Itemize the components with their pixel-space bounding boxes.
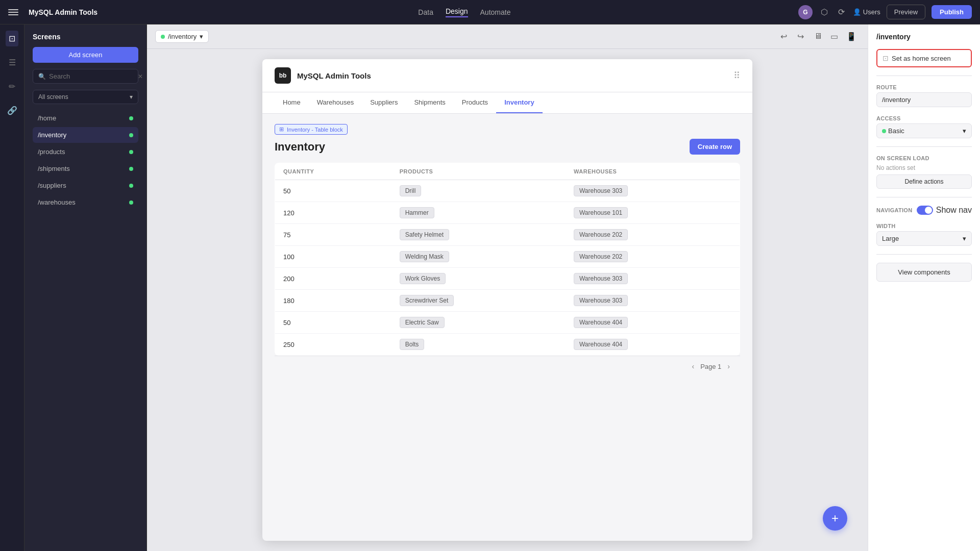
history-icon[interactable]: ⟳ [836, 5, 847, 19]
current-screen-badge[interactable]: /inventory ▾ [155, 30, 209, 43]
screen-item-products[interactable]: /products [33, 144, 138, 160]
table-row[interactable]: 200 Work Gloves Warehouse 303 [275, 268, 740, 290]
nav-suppliers[interactable]: Suppliers [362, 92, 406, 113]
undo-icon[interactable]: ↩ [777, 30, 790, 43]
canvas-toolbar-left: /inventory ▾ [155, 30, 209, 43]
nav-shipments[interactable]: Shipments [406, 92, 453, 113]
cell-quantity: 180 [275, 290, 391, 312]
sidebar-design-icon[interactable]: ✏ [6, 79, 18, 94]
show-nav-toggle[interactable]: Show nav [917, 206, 972, 215]
nav-design[interactable]: Design [446, 7, 468, 17]
table-row[interactable]: 250 Bolts Warehouse 404 [275, 334, 740, 356]
width-label: Width [876, 223, 972, 229]
table-block-label: ⊞ Inventory - Table block [275, 124, 348, 135]
prev-page-button[interactable]: ‹ [690, 361, 696, 371]
tablet-view-icon[interactable]: ▭ [827, 30, 841, 43]
route-value[interactable]: /inventory [876, 92, 972, 107]
col-warehouses: WAREHOUSES [566, 163, 740, 180]
screen-status-dot [129, 133, 133, 137]
cell-product: Bolts [391, 334, 566, 356]
table-title: Inventory [275, 140, 325, 154]
width-row: Width Large ▾ [876, 223, 972, 246]
nav-products[interactable]: Products [454, 92, 496, 113]
cell-product: Drill [391, 180, 566, 202]
screen-item-warehouses[interactable]: /warehouses [33, 194, 138, 210]
nav-warehouses[interactable]: Warehouses [309, 92, 362, 113]
screen-item-suppliers[interactable]: /suppliers [33, 178, 138, 193]
table-row[interactable]: 75 Safety Helmet Warehouse 202 [275, 224, 740, 246]
table-row[interactable]: 120 Hammer Warehouse 101 [275, 202, 740, 224]
canvas-area: /inventory ▾ ↩ ↪ 🖥 ▭ 📱 bb MySQL A [147, 24, 868, 551]
save-icon[interactable]: ⬡ [819, 5, 830, 19]
screen-item-shipments[interactable]: /shipments [33, 161, 138, 177]
chevron-down-icon: ▾ [200, 33, 203, 40]
nav-data[interactable]: Data [418, 8, 433, 16]
on-screen-load-row: On screen load No actions set Define act… [876, 155, 972, 189]
preview-app-title: MySQL Admin Tools [297, 71, 727, 80]
toggle-switch[interactable] [917, 206, 933, 215]
icon-sidebar: ⊡ ☰ ✏ 🔗 [0, 24, 24, 551]
preview-frame: bb MySQL Admin Tools ⠿ Home Warehouses S… [262, 59, 752, 541]
access-label: Access [876, 115, 972, 121]
col-products: PRODUCTS [391, 163, 566, 180]
table-row[interactable]: 50 Drill Warehouse 303 [275, 180, 740, 202]
table-row[interactable]: 100 Welding Mask Warehouse 202 [275, 246, 740, 268]
top-nav: Data Design Automate [131, 7, 798, 17]
screen-status-dot [129, 150, 133, 154]
mobile-view-icon[interactable]: 📱 [843, 30, 860, 43]
sidebar-components-icon[interactable]: ☰ [6, 55, 19, 70]
define-actions-button[interactable]: Define actions [876, 174, 972, 189]
clear-search-icon[interactable]: ✕ [138, 73, 143, 80]
screen-status-dot [129, 184, 133, 188]
grid-icon[interactable]: ⠿ [733, 70, 740, 81]
fab-add-button[interactable]: + [823, 506, 847, 531]
screen-item-inventory[interactable]: /inventory [33, 127, 138, 143]
cell-warehouse: Warehouse 101 [566, 202, 740, 224]
cell-quantity: 200 [275, 268, 391, 290]
nav-automate[interactable]: Automate [480, 8, 511, 16]
table-row[interactable]: 50 Electric Saw Warehouse 404 [275, 312, 740, 334]
desktop-view-icon[interactable]: 🖥 [811, 30, 825, 43]
create-row-button[interactable]: Create row [690, 139, 740, 155]
view-components-button[interactable]: View components [876, 263, 972, 282]
table-header-row: Inventory Create row [275, 139, 740, 155]
cell-quantity: 120 [275, 202, 391, 224]
table-block-wrapper: ⊞ Inventory - Table block Inventory Crea… [262, 114, 752, 387]
cell-quantity: 75 [275, 224, 391, 246]
access-row: Access Basic ▾ [876, 115, 972, 138]
cell-product: Hammer [391, 202, 566, 224]
sidebar-links-icon[interactable]: 🔗 [4, 103, 20, 118]
screen-dot-green [161, 35, 165, 39]
sidebar-screens-icon[interactable]: ⊡ [6, 31, 18, 46]
on-screen-load-label: On screen load [876, 155, 972, 161]
navigation-row: Navigation Show nav [876, 206, 972, 215]
users-button[interactable]: 👤 Users [853, 8, 880, 16]
hamburger-menu[interactable] [8, 7, 18, 17]
screens-filter-dropdown[interactable]: All screens ▾ [33, 90, 138, 104]
nav-home[interactable]: Home [275, 92, 309, 113]
screen-item-home[interactable]: /home [33, 110, 138, 126]
set-home-screen-button[interactable]: ⊡ Set as home screen [876, 49, 972, 67]
topbar: MySQL Admin Tools Data Design Automate G… [0, 0, 980, 24]
cell-product: Electric Saw [391, 312, 566, 334]
nav-inventory[interactable]: Inventory [496, 92, 543, 113]
publish-button[interactable]: Publish [932, 5, 972, 19]
search-input[interactable] [49, 72, 135, 80]
search-icon: 🔍 [38, 73, 46, 80]
no-actions-text: No actions set [876, 164, 972, 171]
add-screen-button[interactable]: Add screen [33, 47, 138, 63]
width-select[interactable]: Large ▾ [876, 231, 972, 246]
next-page-button[interactable]: › [725, 361, 732, 371]
table-row[interactable]: 180 Screwdriver Set Warehouse 303 [275, 290, 740, 312]
preview-button[interactable]: Preview [887, 5, 925, 19]
redo-icon[interactable]: ↪ [794, 30, 807, 43]
access-select[interactable]: Basic ▾ [876, 123, 972, 138]
col-quantity: QUANTITY [275, 163, 391, 180]
chevron-down-icon: ▾ [963, 127, 966, 135]
right-panel-title: /inventory [876, 33, 972, 41]
table-pagination: ‹ Page 1 › [275, 356, 740, 377]
table-icon: ⊞ [279, 126, 284, 133]
main-layout: ⊡ ☰ ✏ 🔗 Screens Add screen 🔍 ✕ All scree… [0, 24, 980, 551]
cell-product: Safety Helmet [391, 224, 566, 246]
cell-quantity: 50 [275, 180, 391, 202]
